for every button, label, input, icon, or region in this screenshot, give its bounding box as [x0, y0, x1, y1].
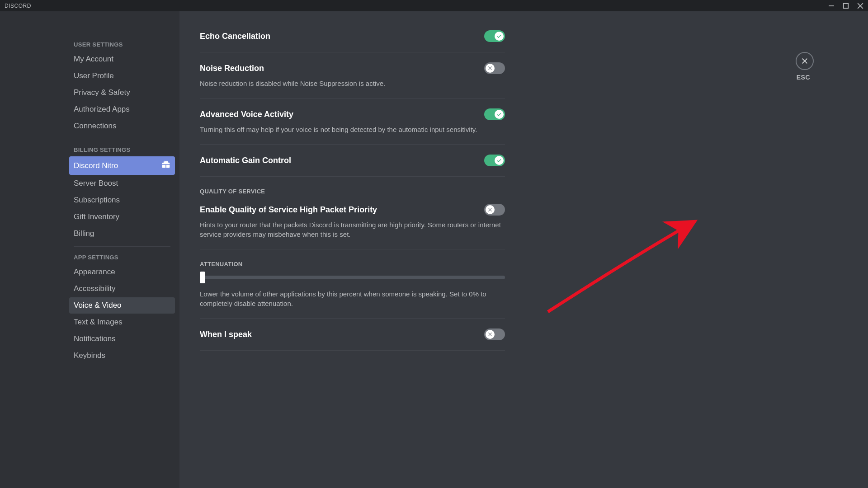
sidebar-item-billing[interactable]: Billing [69, 225, 175, 242]
sidebar-item-label: Authorized Apps [74, 105, 130, 114]
sidebar-item-discord-nitro[interactable]: Discord Nitro [69, 156, 175, 175]
settings-content: ESC Echo Cancellation Noise Reduction [179, 11, 868, 488]
close-label: ESC [797, 74, 810, 81]
sidebar-divider [74, 246, 170, 247]
noise-reduction-title: Noise Reduction [200, 64, 264, 73]
echo-cancellation-title: Echo Cancellation [200, 32, 270, 41]
sidebar-item-label: Billing [74, 229, 94, 238]
sidebar-item-subscriptions[interactable]: Subscriptions [69, 192, 175, 208]
sidebar-item-label: Discord Nitro [74, 161, 118, 170]
qos-toggle[interactable] [484, 204, 505, 216]
sidebar-item-label: Accessibility [74, 284, 116, 293]
advanced-voice-title: Advanced Voice Activity [200, 110, 293, 119]
sidebar-item-label: My Account [74, 55, 113, 64]
gift-icon [161, 160, 170, 171]
sidebar-item-label: Notifications [74, 334, 116, 343]
attenuation-desc: Lower the volume of other applications b… [200, 289, 505, 308]
noise-reduction-toggle[interactable] [484, 62, 505, 74]
sidebar-item-label: Server Boost [74, 179, 118, 188]
qos-title: Enable Quality of Service High Packet Pr… [200, 205, 377, 215]
app-name: Discord [5, 3, 828, 9]
attenuation-header: Attenuation [200, 261, 505, 267]
sidebar-item-notifications[interactable]: Notifications [69, 331, 175, 347]
echo-cancellation-toggle[interactable] [484, 30, 505, 42]
sidebar-header-user: User Settings [69, 38, 175, 51]
close-settings-button[interactable] [796, 52, 814, 70]
sidebar-item-appearance[interactable]: Appearance [69, 264, 175, 280]
check-icon [495, 156, 504, 165]
sidebar-item-voice-video[interactable]: Voice & Video [69, 297, 175, 314]
sidebar-item-label: Privacy & Safety [74, 88, 130, 97]
when-i-speak-title: When I speak [200, 330, 252, 339]
close-window-button[interactable] [857, 3, 863, 9]
noise-reduction-desc: Noise reduction is disabled while Noise … [200, 79, 505, 88]
sidebar-header-billing: Billing Settings [69, 144, 175, 156]
sidebar-item-text-images[interactable]: Text & Images [69, 314, 175, 330]
sidebar-item-user-profile[interactable]: User Profile [69, 68, 175, 84]
sidebar-item-keybinds[interactable]: Keybinds [69, 347, 175, 364]
check-icon [495, 32, 504, 41]
svg-rect-1 [844, 3, 849, 8]
advanced-voice-toggle[interactable] [484, 108, 505, 120]
sidebar-item-label: Connections [74, 122, 117, 131]
sidebar-item-label: Appearance [74, 267, 115, 277]
x-icon [486, 64, 495, 73]
sidebar-item-label: Gift Inventory [74, 212, 119, 221]
sidebar-item-label: Subscriptions [74, 196, 120, 205]
settings-sidebar: User Settings My Account User Profile Pr… [0, 11, 179, 488]
sidebar-item-label: Keybinds [74, 351, 105, 360]
minimize-button[interactable] [828, 3, 835, 9]
sidebar-item-connections[interactable]: Connections [69, 118, 175, 134]
auto-gain-title: Automatic Gain Control [200, 156, 291, 165]
sidebar-item-server-boost[interactable]: Server Boost [69, 175, 175, 192]
sidebar-header-app: App Settings [69, 251, 175, 263]
maximize-button[interactable] [843, 3, 849, 9]
sidebar-item-privacy-safety[interactable]: Privacy & Safety [69, 84, 175, 101]
sidebar-item-gift-inventory[interactable]: Gift Inventory [69, 209, 175, 225]
window-controls [828, 3, 863, 9]
sidebar-divider [74, 139, 170, 139]
divider [200, 249, 505, 249]
advanced-voice-desc: Turning this off may help if your voice … [200, 125, 505, 134]
sidebar-item-label: User Profile [74, 71, 114, 80]
attenuation-slider[interactable] [200, 276, 505, 279]
slider-thumb[interactable] [200, 272, 205, 283]
divider [200, 176, 505, 177]
x-icon [486, 205, 495, 214]
x-icon [486, 330, 495, 339]
qos-header: Quality of Service [200, 188, 505, 195]
qos-desc: Hints to your router that the packets Di… [200, 220, 505, 239]
auto-gain-toggle[interactable] [484, 155, 505, 166]
divider [200, 350, 505, 351]
titlebar: Discord [0, 0, 868, 11]
when-i-speak-toggle[interactable] [484, 328, 505, 340]
sidebar-item-accessibility[interactable]: Accessibility [69, 281, 175, 297]
sidebar-item-authorized-apps[interactable]: Authorized Apps [69, 101, 175, 117]
check-icon [495, 110, 504, 119]
sidebar-item-my-account[interactable]: My Account [69, 51, 175, 67]
sidebar-item-label: Voice & Video [74, 301, 122, 310]
sidebar-item-label: Text & Images [74, 318, 123, 327]
